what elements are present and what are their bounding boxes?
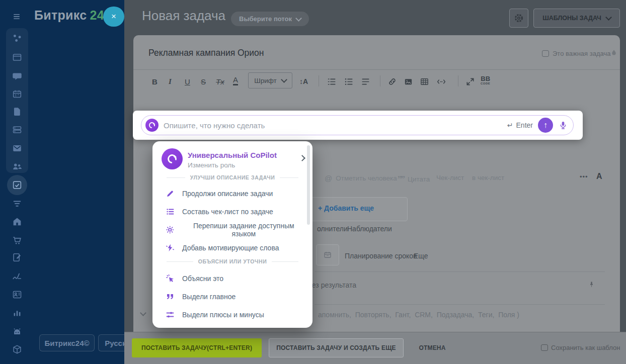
text-color-button[interactable]: A	[233, 75, 238, 85]
divider	[319, 75, 319, 86]
sidebar: Битрикс24 ×	[0, 0, 124, 364]
arrow-up-icon: ↑	[543, 121, 547, 130]
font-size-button[interactable]: ↕A	[299, 75, 308, 87]
copilot-role-title[interactable]: Универсальный CoPilot	[188, 151, 277, 159]
tasks-icon[interactable]	[7, 175, 27, 195]
task-title-input[interactable]: Рекламная кампания Орион	[148, 48, 264, 58]
settings-gear-icon[interactable]	[509, 9, 528, 28]
documents-icon[interactable]	[12, 106, 23, 117]
mention-person-button[interactable]: @ Отметить человека	[325, 174, 397, 183]
docs-icon[interactable]	[12, 252, 23, 263]
explain-icon	[166, 274, 175, 283]
scheduling-more-link[interactable]: Еще	[414, 252, 428, 261]
additional-options-text: апомнить, Повторять, Гант, CRM, Подзадач…	[318, 311, 519, 319]
submit-task-button[interactable]: ПОСТАВИТЬ ЗАДАЧУ(CTRL+ENTER)	[132, 338, 262, 357]
select-flow-button[interactable]: Выберите поток	[231, 12, 309, 26]
menu-item-pros-cons[interactable]: Выдели плюсы и минусы	[160, 306, 305, 324]
hamburger-menu-icon[interactable]	[10, 10, 23, 23]
result-status-text: без результата	[308, 281, 356, 289]
checklist-button[interactable]: Чек-лист	[436, 174, 464, 181]
observers-link[interactable]: Наблюдатели	[347, 225, 392, 234]
mail-icon[interactable]	[12, 143, 23, 154]
menu-item-continue-description[interactable]: Продолжи описание задачи	[160, 185, 305, 203]
chevron-right-icon[interactable]	[299, 155, 305, 161]
bottom-action-bar: ПОСТАВИТЬ ЗАДАЧУ(CTRL+ENTER) ПОСТАВИТЬ З…	[124, 332, 626, 364]
copilot-icon	[145, 119, 159, 132]
underline-button[interactable]: U	[185, 75, 190, 87]
more-actions-dots[interactable]: •••	[580, 173, 588, 180]
groups-icon[interactable]	[12, 161, 23, 172]
section-label: УЛУЧШИ ОПИСАНИЕ ЗАДАЧИ	[167, 174, 298, 180]
pulse-icon[interactable]	[12, 33, 23, 44]
change-role-link[interactable]: Изменить роль	[188, 161, 235, 169]
cancel-button[interactable]: ОТМЕНА	[412, 338, 452, 357]
flame-icon	[610, 48, 618, 58]
messenger-icon[interactable]	[12, 71, 23, 82]
planning-deadlines-link[interactable]: Планирование сроков	[345, 252, 417, 261]
ordered-list-icon[interactable]	[327, 75, 336, 87]
menu-item-highlight-main[interactable]: Выдели главное	[160, 288, 305, 306]
submit-and-create-button[interactable]: ПОСТАВИТЬ ЗАДАЧУ И СОЗДАТЬ ЕЩЕ	[269, 338, 404, 357]
table-icon[interactable]	[420, 75, 429, 87]
language-button[interactable]: Русски	[98, 334, 124, 351]
page-title: Новая задача	[142, 8, 225, 24]
task-templates-button[interactable]: ШАБЛОНЫ ЗАДАЧ	[533, 9, 620, 28]
link-icon[interactable]	[387, 75, 397, 87]
bitrix24-footer-button[interactable]: Битрикс24©	[39, 334, 95, 351]
menu-scrollbar[interactable]	[307, 145, 310, 225]
assignees-link[interactable]: олнители	[317, 225, 348, 234]
italic-button[interactable]: I	[169, 75, 172, 87]
divider	[380, 75, 380, 86]
divider	[458, 75, 458, 86]
apps-icon[interactable]	[12, 326, 23, 337]
at-icon: @	[325, 174, 332, 183]
shop-icon[interactable]	[12, 235, 23, 246]
align-icon[interactable]	[361, 75, 370, 87]
contacts-icon[interactable]	[12, 289, 23, 300]
crm-icon[interactable]	[12, 198, 23, 209]
analytics-icon[interactable]	[12, 307, 23, 318]
quote-button[interactable]: ”” Цитата	[398, 174, 430, 184]
drive-icon[interactable]	[12, 124, 23, 135]
code-icon[interactable]	[436, 75, 447, 87]
strikethrough-button[interactable]: S	[201, 75, 206, 87]
close-icon[interactable]: ×	[103, 7, 124, 27]
deadline-calendar-icon[interactable]	[316, 244, 339, 265]
menu-item-add-motivation[interactable]: Добавь мотивирующие слова	[160, 239, 305, 257]
bold-button[interactable]: B	[152, 75, 158, 87]
copilot-menu: Универсальный CoPilot Изменить роль УЛУЧ…	[152, 141, 312, 328]
company-icon[interactable]	[12, 216, 23, 227]
enter-arrow-icon: ↵	[507, 121, 513, 129]
save-template-label: Сохранить как шаблон	[551, 344, 620, 351]
chevron-down-icon	[295, 15, 302, 22]
chevron-down-icon	[281, 76, 287, 83]
important-task-label: Это важная задача	[553, 50, 610, 57]
bullet-list-icon[interactable]	[344, 75, 353, 87]
important-task-checkbox[interactable]	[542, 50, 549, 57]
pen-icon	[166, 189, 175, 198]
bitrix24-logo: Битрикс24	[34, 8, 104, 23]
market-icon[interactable]	[12, 344, 23, 355]
microphone-icon[interactable]	[558, 120, 568, 131]
to-checklist-button[interactable]: в чек-лист	[472, 174, 504, 181]
image-icon[interactable]	[404, 75, 413, 87]
menu-item-explain-this[interactable]: Объясни это	[160, 269, 305, 288]
font-select[interactable]: Шрифт	[248, 72, 292, 88]
menu-item-make-checklist[interactable]: Составь чек-лист по задаче	[160, 203, 305, 221]
collapse-chevron-icon[interactable]	[140, 310, 146, 316]
copilot-role-icon	[162, 148, 183, 169]
add-more-button[interactable]: + Добавить еще	[318, 204, 374, 212]
logo-suffix: 24	[90, 8, 104, 22]
sign-icon[interactable]	[12, 270, 23, 282]
send-button[interactable]: ↑	[538, 118, 553, 133]
copilot-input[interactable]: Опишите, что нужно сделать ↵ Enter ↑	[141, 115, 574, 135]
bbcode-button[interactable]: BBCODE	[481, 75, 490, 87]
sites-icon[interactable]	[12, 52, 23, 63]
pin-icon	[588, 280, 595, 290]
save-template-checkbox[interactable]	[541, 344, 548, 351]
fullscreen-icon[interactable]	[465, 75, 475, 87]
calendar-icon[interactable]	[12, 88, 23, 100]
clear-format-button[interactable]: Tx	[216, 75, 224, 87]
menu-item-rewrite-simple[interactable]: Перепиши задание доступным языком	[160, 221, 305, 239]
motivate-icon	[166, 243, 175, 252]
